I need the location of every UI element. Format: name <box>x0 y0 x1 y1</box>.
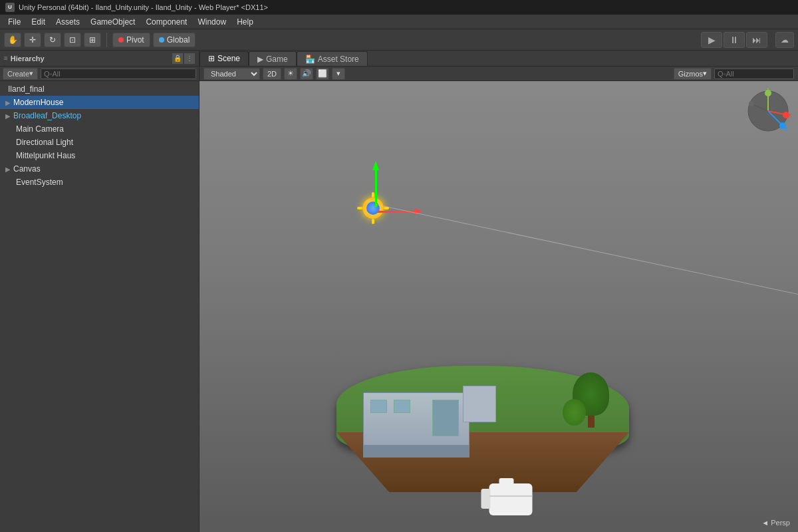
audio-button[interactable]: 🔊 <box>300 68 313 80</box>
ray-bottom <box>372 219 374 224</box>
scene-tab-label: Scene <box>217 54 240 63</box>
global-button[interactable]: Global <box>153 33 196 47</box>
item-label: ModernHouse <box>13 98 63 107</box>
item-label: EventSystem <box>16 178 63 187</box>
gizmos-label: Gizmos <box>678 70 703 78</box>
fx-arrow-button[interactable]: ▾ <box>332 68 345 80</box>
hierarchy-item-directional-light[interactable]: Directional Light <box>0 136 199 149</box>
menu-edit[interactable]: Edit <box>26 16 51 28</box>
item-label: Main Camera <box>16 124 64 134</box>
scene-toolbar: Shaded Wireframe 2D ☀ 🔊 ⬜ ▾ Gizmos ▾ <box>200 66 798 81</box>
house-roof <box>363 446 469 458</box>
hierarchy-menu-button[interactable]: ⋮ <box>184 53 195 64</box>
hierarchy-item-broadleaf[interactable]: ▶ Broadleaf_Desktop <box>0 109 199 122</box>
right-panel: ⊞ Scene ▶ Game 🏪 Asset Store Shaded Wire… <box>200 51 798 532</box>
hierarchy-panel-controls: 🔒 ⋮ <box>172 53 195 64</box>
hierarchy-title: Hierarchy <box>11 55 45 63</box>
tab-game[interactable]: ▶ Game <box>249 51 297 66</box>
hierarchy-item-iland-final[interactable]: Iland_final <box>0 82 199 96</box>
game-tab-icon: ▶ <box>257 55 263 64</box>
svg-point-11 <box>749 101 754 106</box>
global-label: Global <box>167 35 190 45</box>
item-label: Directional Light <box>16 138 73 147</box>
item-label: Mittelpunkt Haus <box>16 151 75 160</box>
asset-store-tab-icon: 🏪 <box>305 55 315 64</box>
item-label: Canvas <box>13 164 41 174</box>
hierarchy-item-main-camera[interactable]: Main Camera <box>0 122 199 136</box>
asset-store-tab-label: Asset Store <box>318 55 359 64</box>
hierarchy-create-button[interactable]: Create ▾ <box>3 68 38 80</box>
scene-search-input[interactable] <box>714 68 794 79</box>
menu-window[interactable]: Window <box>192 16 231 28</box>
global-dot-icon <box>159 37 164 43</box>
move-tool-button[interactable]: ✛ <box>24 33 41 47</box>
persp-label: ◄ Persp <box>761 519 790 527</box>
gizmos-arrow-icon: ▾ <box>703 69 707 78</box>
pause-button[interactable]: ⏸ <box>724 32 745 48</box>
item-arrow-icon: ▶ <box>5 166 11 173</box>
item-label: Iland_final <box>8 84 45 94</box>
create-arrow-icon: ▾ <box>29 69 33 78</box>
create-label: Create <box>7 70 29 78</box>
tab-asset-store[interactable]: 🏪 Asset Store <box>297 51 368 66</box>
menu-gameobject[interactable]: GameObject <box>85 16 140 28</box>
house-group <box>363 392 469 457</box>
window-1 <box>370 400 387 413</box>
svg-text:Y: Y <box>766 88 770 92</box>
lighting-button[interactable]: ☀ <box>284 68 297 80</box>
svg-text:X: X <box>788 112 791 118</box>
hierarchy-header: ≡ Hierarchy 🔒 ⋮ <box>0 51 199 66</box>
play-button[interactable]: ▶ <box>701 32 722 48</box>
item-arrow-icon: ▶ <box>5 112 11 120</box>
game-tab-label: Game <box>266 55 288 64</box>
y-arrow-head <box>372 161 379 170</box>
toolbar: ✋ ✛ ↻ ⊡ ⊞ Pivot Global ▶ ⏸ ⏭ ☁ <box>0 29 798 51</box>
menu-component[interactable]: Component <box>140 16 192 28</box>
pivot-label: Pivot <box>126 35 144 45</box>
hierarchy-item-modernhouse[interactable]: ▶ ModernHouse <box>0 96 199 109</box>
menu-assets[interactable]: Assets <box>51 16 85 28</box>
hand-tool-button[interactable]: ✋ <box>4 33 21 47</box>
hierarchy-item-mittelpunkt-haus[interactable]: Mittelpunkt Haus <box>0 149 199 162</box>
camera-detail <box>489 483 533 515</box>
2d-button[interactable]: 2D <box>263 68 281 80</box>
hierarchy-panel-icon: ≡ <box>4 55 8 62</box>
gizmos-button[interactable]: Gizmos ▾ <box>674 68 712 80</box>
cloud-button[interactable]: ☁ <box>775 32 794 48</box>
menu-help[interactable]: Help <box>231 16 259 28</box>
svg-text:Z: Z <box>785 126 788 132</box>
menu-file[interactable]: File <box>3 16 26 28</box>
hierarchy-search-input[interactable] <box>41 68 196 79</box>
hierarchy-panel: ≡ Hierarchy 🔒 ⋮ Create ▾ Iland_final ▶ <box>0 51 200 532</box>
rect-tool-button[interactable]: ⊞ <box>84 33 101 47</box>
hierarchy-search-bar: Create ▾ <box>0 66 199 81</box>
ray-left <box>357 207 362 209</box>
hierarchy-item-canvas[interactable]: ▶ Canvas <box>0 162 199 176</box>
fx-button[interactable]: ⬜ <box>316 68 329 80</box>
small-foliage <box>563 399 586 426</box>
title-bar: U Unity Personal (64bit) - Iland_Unity.u… <box>0 0 798 15</box>
hierarchy-lock-button[interactable]: 🔒 <box>172 53 183 64</box>
axis-gizmo: Y X Z <box>745 88 791 134</box>
hierarchy-item-eventsystem[interactable]: EventSystem <box>0 176 199 189</box>
title-text: Unity Personal (64bit) - Iland_Unity.uni… <box>19 3 268 11</box>
item-arrow-icon: ▶ <box>5 99 11 106</box>
rotate-tool-button[interactable]: ↻ <box>44 33 61 47</box>
tab-scene[interactable]: ⊞ Scene <box>200 51 249 66</box>
hierarchy-list: Iland_final ▶ ModernHouse ▶ Broadleaf_De… <box>0 81 199 532</box>
scene-view[interactable]: Y X Z ◄ Persp <box>200 81 798 532</box>
scene-tabs-row: ⊞ Scene ▶ Game 🏪 Asset Store <box>200 51 798 66</box>
camera-stripe <box>489 495 533 497</box>
pivot-dot-icon <box>118 37 124 43</box>
unity-logo-icon: U <box>5 3 15 12</box>
gizmos-area: Gizmos ▾ <box>674 68 794 80</box>
house-body <box>363 392 469 446</box>
door <box>432 400 459 436</box>
camera-body <box>489 483 533 515</box>
shaded-dropdown[interactable]: Shaded Wireframe <box>203 68 260 80</box>
pivot-button[interactable]: Pivot <box>112 33 150 47</box>
step-button[interactable]: ⏭ <box>746 32 767 48</box>
camera-gizmo <box>489 483 533 515</box>
menu-bar: File Edit Assets GameObject Component Wi… <box>0 15 798 29</box>
scale-tool-button[interactable]: ⊡ <box>64 33 81 47</box>
